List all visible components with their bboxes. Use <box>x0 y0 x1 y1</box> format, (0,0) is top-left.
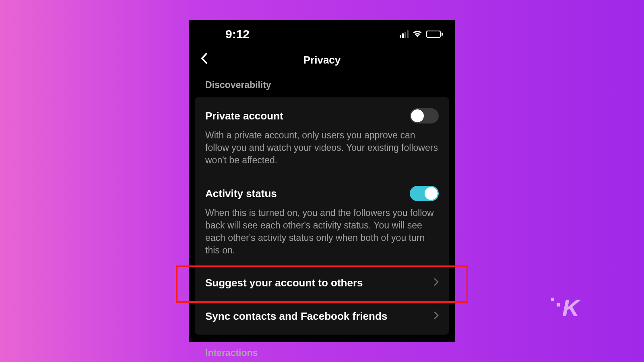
private-account-toggle[interactable] <box>410 108 439 123</box>
status-bar: 9:12 <box>189 20 455 45</box>
nav-header: Privacy <box>189 45 455 76</box>
setting-suggest-account[interactable]: Suggest your account to others <box>195 266 449 300</box>
private-account-description: With a private account, only users you a… <box>205 129 439 167</box>
activity-status-toggle[interactable] <box>410 186 439 201</box>
suggest-account-title: Suggest your account to others <box>205 277 363 289</box>
wifi-icon <box>412 27 423 41</box>
status-time: 9:12 <box>225 27 250 41</box>
status-indicators <box>400 27 443 41</box>
page-title: Privacy <box>303 54 341 66</box>
private-account-title: Private account <box>205 110 283 122</box>
activity-status-title: Activity status <box>205 187 277 200</box>
watermark-logo: K <box>551 294 580 322</box>
sync-contacts-title: Sync contacts and Facebook friends <box>205 310 387 323</box>
phone-frame: 9:12 <box>189 20 455 342</box>
chevron-right-icon <box>434 278 439 288</box>
cellular-icon <box>400 30 409 38</box>
chevron-right-icon <box>434 311 439 322</box>
section-label-interactions: Interactions <box>189 335 455 358</box>
setting-sync-contacts[interactable]: Sync contacts and Facebook friends <box>195 300 449 333</box>
battery-icon <box>426 31 443 38</box>
setting-activity-status: Activity status When this is turned on, … <box>195 176 449 266</box>
activity-status-description: When this is turned on, you and the foll… <box>205 207 439 257</box>
settings-card-discoverability: Private account With a private account, … <box>195 97 449 335</box>
back-button[interactable] <box>200 52 208 68</box>
setting-private-account: Private account With a private account, … <box>195 99 449 176</box>
section-label-discoverability: Discoverability <box>189 76 455 97</box>
